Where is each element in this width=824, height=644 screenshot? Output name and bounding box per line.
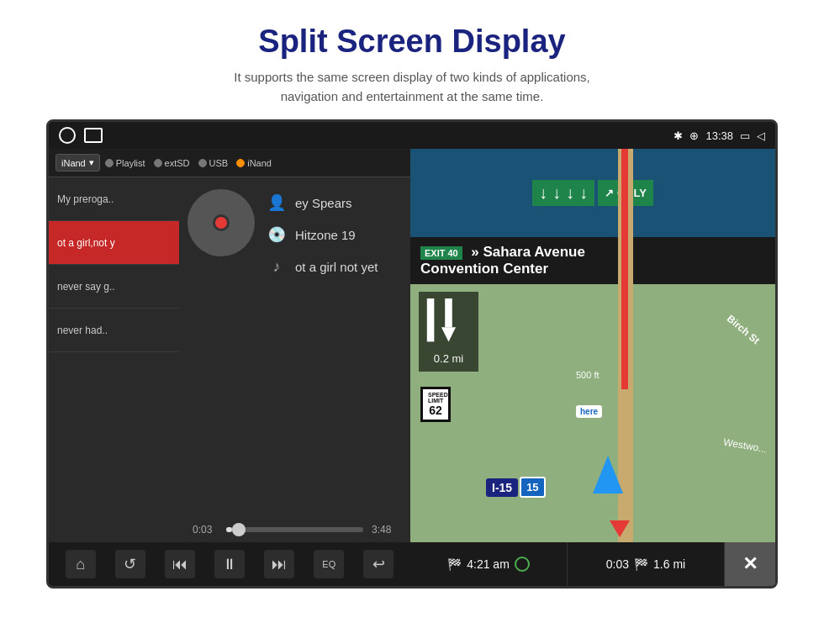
highway-signs: ↓ ↓ ↓ ↓ ↗ ONLY [532, 180, 653, 206]
remaining-dist: 1.6 mi [653, 557, 685, 571]
speed-limit-sign: SPEEDLIMIT 62 [420, 387, 451, 422]
music-panel: iNand ▾ Playlist extSD [49, 149, 410, 586]
checkered-flag-end: 🏁 [634, 557, 648, 571]
nav-elapsed-section: 0:03 🏁 1.6 mi [568, 542, 725, 586]
exit-badge: EXIT 40 [420, 246, 462, 260]
circle-icon [59, 127, 76, 144]
page-subtitle: It supports the same screen display of t… [17, 68, 807, 106]
time-total: 3:48 [372, 524, 397, 536]
playlist-item-4[interactable]: never had.. [49, 309, 179, 352]
arrow-down-1: ↓ [539, 183, 547, 203]
time-current: 0:03 [193, 524, 218, 536]
highway-sign-area: ↓ ↓ ↓ ↓ ↗ ONLY [410, 149, 775, 237]
eta-time: 4:21 am [467, 557, 510, 571]
disc-icon: 💿 [267, 224, 287, 245]
playlist-item-2[interactable]: ot a girl,not y [49, 221, 179, 265]
nav-eta-section: 🏁 4:21 am [410, 542, 568, 586]
music-note-icon: ♪ [267, 256, 287, 277]
radio-playlist[interactable]: Playlist [105, 158, 145, 168]
radio-extsd[interactable]: extSD [154, 158, 190, 168]
music-main: My preroga.. ot a girl,not y never say g… [49, 177, 410, 542]
location-icon: ⊕ [689, 129, 699, 142]
device-frame: ✱ ⊕ 13:38 ▭ ◁ iNand ▾ [46, 119, 778, 589]
i15-label: I-15 [486, 478, 518, 497]
status-right-info: ✱ ⊕ 13:38 ▭ ◁ [673, 129, 765, 142]
svg-marker-2 [441, 327, 456, 341]
controls-bar: ⌂ ↺ ⏮ ⏸ ⏭ EQ ↩ [49, 542, 410, 586]
track-details: 👤 ey Spears 💿 Hitzone 19 ♪ ot a girl not [267, 189, 378, 277]
source-bar: iNand ▾ Playlist extSD [49, 149, 410, 177]
dist-label: 0.2 mi [434, 352, 463, 365]
turn-area: 0.2 mi [419, 292, 478, 372]
arrow-down-2: ↓ [552, 183, 561, 203]
album-name: Hitzone 19 [295, 228, 356, 242]
bluetooth-icon: ✱ [673, 129, 683, 142]
home-button[interactable]: ⌂ [66, 550, 96, 578]
music-info-area: 👤 ey Spears 💿 Hitzone 19 ♪ ot a girl not [179, 177, 410, 542]
checkered-flag-start: 🏁 [447, 557, 462, 571]
source-radio-group: Playlist extSD USB iNand [105, 158, 272, 168]
repeat-button[interactable]: ↺ [115, 550, 145, 578]
playlist-item-3[interactable]: never say g.. [49, 265, 179, 309]
status-left-icons [59, 127, 103, 144]
direction-text-2: Convention Center [420, 261, 765, 277]
progress-thumb [232, 523, 246, 536]
progress-area: 0:03 3:48 [179, 517, 410, 542]
page-container: Split Screen Display It supports the sam… [0, 0, 824, 589]
elapsed-time: 0:03 [606, 557, 629, 571]
pause-button[interactable]: ⏸ [214, 550, 245, 578]
status-bar: ✱ ⊕ 13:38 ▭ ◁ [49, 122, 775, 149]
back-icon: ◁ [757, 129, 765, 142]
track-row: ♪ ot a girl not yet [267, 256, 378, 277]
next-button[interactable]: ⏭ [264, 550, 294, 578]
album-art [188, 189, 255, 256]
page-header: Split Screen Display It supports the sam… [0, 0, 824, 119]
album-row: 💿 Hitzone 19 [267, 224, 378, 245]
speed-value: 62 [428, 404, 443, 417]
split-screen: iNand ▾ Playlist extSD [49, 149, 775, 586]
status-time: 13:38 [705, 129, 733, 142]
arrow-down-3: ↓ [566, 183, 574, 203]
progress-track[interactable] [226, 527, 363, 532]
back-button[interactable]: ↩ [363, 550, 394, 578]
highway-badge: I-15 15 [486, 477, 546, 498]
dropdown-chevron: ▾ [89, 157, 94, 168]
vinyl-center [213, 214, 230, 231]
clock-icon [515, 557, 530, 572]
limit-text: SPEEDLIMIT [428, 392, 443, 404]
nav-close-section[interactable]: ✕ [725, 542, 775, 586]
playlist: My preroga.. ot a girl,not y never say g… [49, 177, 179, 542]
radio-usb[interactable]: USB [198, 158, 229, 168]
turn-svg [425, 298, 472, 349]
nav-panel: ↓ ↓ ↓ ↓ ↗ ONLY EXIT 40 » Sahara [410, 149, 775, 586]
green-sign-1: ↓ ↓ ↓ ↓ [532, 180, 594, 206]
eq-button[interactable]: EQ [314, 550, 344, 578]
here-logo: here [576, 405, 602, 418]
radio-inand[interactable]: iNand [236, 158, 272, 168]
page-title: Split Screen Display [17, 24, 807, 60]
turn-icon-box: 0.2 mi [419, 292, 478, 372]
artist-name: ey Spears [295, 196, 352, 210]
battery-icon: ▭ [740, 129, 750, 142]
direction-text: » Sahara Avenue [471, 244, 585, 260]
image-icon [84, 128, 103, 143]
svg-rect-1 [427, 298, 435, 341]
prev-button[interactable]: ⏮ [165, 550, 195, 578]
arrow-up-right: ↗ [605, 187, 614, 199]
svg-rect-0 [445, 298, 452, 327]
arrow-down-4: ↓ [579, 183, 588, 203]
nav-bottom-bar: 🏁 4:21 am 0:03 🏁 1.6 mi ✕ [410, 542, 775, 586]
track-info: 👤 ey Spears 💿 Hitzone 19 ♪ ot a girl not [179, 177, 410, 288]
red-triangle-indicator [610, 520, 630, 537]
source-dropdown[interactable]: iNand ▾ [55, 154, 100, 172]
route-shield: 15 [520, 477, 545, 498]
playlist-item-1[interactable]: My preroga.. [49, 177, 179, 221]
close-icon[interactable]: ✕ [742, 553, 758, 575]
track-name: ot a girl not yet [295, 260, 378, 274]
person-icon: 👤 [267, 193, 287, 213]
direction-banner: EXIT 40 » Sahara Avenue Convention Cente… [410, 237, 775, 284]
artist-row: 👤 ey Spears [267, 193, 378, 213]
nav-arrow [593, 456, 623, 494]
ft-label: 500 ft [576, 370, 600, 380]
road-highlight [621, 149, 628, 389]
